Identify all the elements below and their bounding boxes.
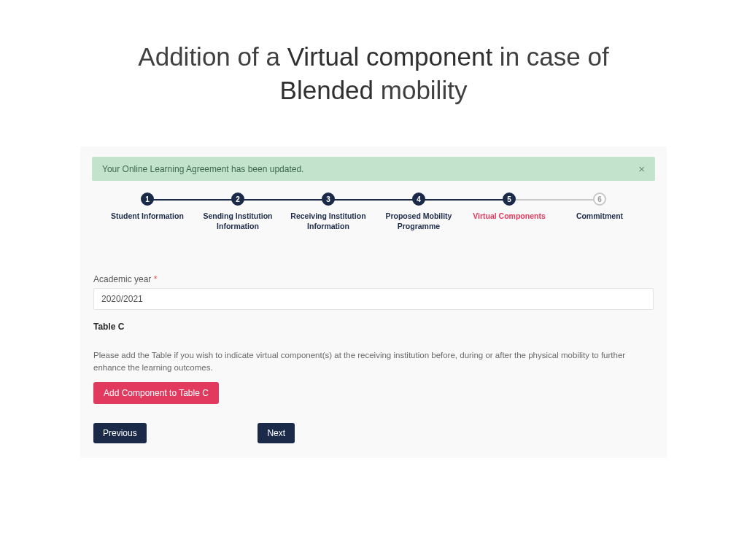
step-label: Virtual Components (473, 211, 546, 221)
step-label: Sending Institution Information (198, 211, 278, 231)
previous-button[interactable]: Previous (93, 423, 147, 443)
nav-row: Previous Next (93, 423, 654, 443)
form-panel: Your Online Learning Agreement has been … (80, 147, 667, 458)
table-c-help: Please add the Table if you wish to indi… (93, 349, 654, 375)
required-mark: * (154, 274, 158, 284)
step-label: Proposed Mobility Programme (379, 211, 459, 231)
step-5[interactable]: 5 Virtual Components (464, 192, 554, 231)
title-bold2: Blended (280, 76, 374, 104)
progress-stepper: 1 Student Information 2 Sending Institut… (102, 192, 645, 236)
step-4[interactable]: 4 Proposed Mobility Programme (374, 192, 464, 231)
add-component-button[interactable]: Add Component to Table C (93, 382, 219, 404)
label-text: Academic year (93, 274, 151, 284)
step-circle: 2 (231, 192, 244, 206)
title-part2: in case of (492, 42, 609, 71)
step-circle: 5 (503, 192, 516, 206)
step-3[interactable]: 3 Receiving Institution Information (283, 192, 374, 231)
step-label: Student Information (111, 211, 184, 221)
close-icon[interactable]: × (638, 163, 645, 174)
step-1[interactable]: 1 Student Information (102, 192, 193, 231)
step-circle: 4 (412, 192, 425, 206)
step-circle: 6 (593, 192, 606, 206)
title-part3: mobility (374, 76, 467, 104)
step-6[interactable]: 6 Commitment (554, 192, 645, 231)
table-c-title: Table C (93, 322, 654, 332)
next-button[interactable]: Next (258, 423, 295, 443)
step-circle: 3 (322, 192, 335, 206)
title-part1: Addition of a (138, 42, 287, 71)
academic-year-label: Academic year * (93, 274, 654, 284)
academic-year-input[interactable] (93, 288, 654, 310)
step-circle: 1 (141, 192, 154, 206)
success-alert: Your Online Learning Agreement has been … (92, 157, 655, 181)
step-label: Receiving Institution Information (288, 211, 368, 231)
form-area: Academic year * Table C Please add the T… (88, 245, 659, 443)
step-2[interactable]: 2 Sending Institution Information (193, 192, 283, 231)
slide-title: Addition of a Virtual component in case … (0, 0, 747, 106)
alert-message: Your Online Learning Agreement has been … (102, 164, 303, 174)
step-label: Commitment (576, 211, 623, 221)
title-bold1: Virtual component (287, 42, 492, 71)
